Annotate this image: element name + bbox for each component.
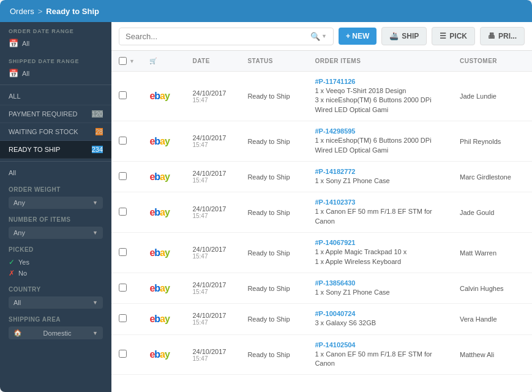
breadcrumb-parent[interactable]: Orders — [10, 7, 34, 16]
th-order-items[interactable]: ORDER ITEMS — [307, 51, 452, 72]
row-order-items: #P-13856430 1 x Sony Z1 Phone Case — [307, 273, 452, 303]
th-customer[interactable]: CUSTOMER — [452, 51, 532, 72]
sidebar-all-link[interactable]: All — [0, 164, 111, 181]
row-store: ebay — [142, 304, 185, 334]
row-checkbox-cell — [111, 334, 142, 375]
chevron-down-icon-4: ▼ — [92, 330, 98, 336]
new-button[interactable]: + NEW — [339, 28, 377, 45]
row-date: 24/10/2017 15:47 — [185, 233, 240, 273]
th-status[interactable]: STATUS — [240, 51, 307, 72]
cross-icon: ✗ — [9, 269, 15, 277]
row-checkbox-cell — [111, 161, 142, 192]
ebay-logo: ebay — [149, 349, 170, 360]
sidebar-waiting-for-stock[interactable]: WAITING FOR STOCK 28 — [0, 123, 111, 141]
shipping-area-filter: Shipping Area 🏠 Domestic ▼ — [0, 311, 111, 342]
order-date-range-label: ORDER DATE RANGE — [9, 28, 103, 34]
row-order-items: #P-14102373 1 x Canon EF 50 mm F/1.8 EF … — [307, 192, 452, 233]
ebay-logo: ebay — [149, 283, 170, 293]
picked-no-option[interactable]: ✗ No — [9, 268, 103, 279]
table-row: ebay 24/10/2017 15:47 Ready to Ship #P-1… — [111, 233, 532, 273]
sidebar-payment-required[interactable]: PAYMENT REQUIRED 120 — [0, 105, 111, 123]
number-of-items-filter: Number of Items Any ▼ — [0, 211, 111, 241]
pick-button[interactable]: ☰ PICK — [432, 27, 475, 45]
row-order-items: #P-14182772 1 x Sony Z1 Phone Case — [307, 161, 452, 192]
order-date-range-section: ORDER DATE RANGE 📅 All — [0, 22, 111, 52]
search-icon-area[interactable]: 🔍 ▼ — [310, 32, 327, 41]
row-order-items: #P-11741126 1 x Veeqo T-Shirt 2018 Desig… — [307, 72, 452, 121]
row-date: 24/10/2017 15:47 — [185, 273, 240, 303]
row-date: 24/10/2017 15:47 — [185, 72, 240, 121]
row-store: ebay — [142, 192, 185, 233]
table-row: ebay 24/10/2017 15:47 Ready to Ship #P-1… — [111, 72, 532, 121]
search-box: 🔍 ▼ — [119, 28, 334, 45]
row-checkbox-4[interactable] — [119, 248, 127, 256]
search-input[interactable] — [126, 32, 307, 41]
ebay-logo: ebay — [149, 91, 170, 101]
country-filter: Country All ▼ — [0, 281, 111, 311]
table-row: ebay 24/10/2017 15:47 Ready to Ship #P-1… — [111, 121, 532, 162]
th-date[interactable]: DATE — [185, 51, 240, 72]
row-status: Ready to Ship — [240, 304, 307, 334]
sidebar-all[interactable]: ALL — [0, 88, 111, 105]
payment-required-badge: 120 — [92, 110, 103, 118]
orders-table: ▼ 🛒 DATE STATUS ORDER ITEMS CUSTOMER — [111, 51, 532, 375]
table-row: ebay 24/10/2017 15:47 Ready to Ship #P-1… — [111, 192, 532, 233]
orders-table-wrap: ▼ 🛒 DATE STATUS ORDER ITEMS CUSTOMER — [111, 51, 532, 392]
breadcrumb-current: Ready to Ship — [46, 7, 99, 16]
row-checkbox-cell — [111, 233, 142, 273]
sidebar-ready-to-ship[interactable]: READY TO SHIP 234 — [0, 141, 111, 159]
row-status: Ready to Ship — [240, 121, 307, 162]
pick-icon: ☰ — [440, 32, 446, 40]
order-weight-dropdown[interactable]: Any ▼ — [9, 197, 103, 209]
row-status: Ready to Ship — [240, 334, 307, 375]
check-icon: ✓ — [9, 258, 15, 266]
row-checkbox-cell — [111, 72, 142, 121]
select-all-checkbox[interactable] — [119, 57, 127, 65]
sidebar-payment-required-label: PAYMENT REQUIRED — [9, 110, 77, 118]
row-order-items: #P-14067921 1 x Apple Magic Trackpad 10 … — [307, 233, 452, 273]
row-checkbox-2[interactable] — [119, 172, 127, 180]
sidebar: ORDER DATE RANGE 📅 All SHIPPED DATE RANG… — [0, 22, 111, 392]
row-checkbox-0[interactable] — [119, 91, 127, 99]
number-of-items-dropdown[interactable]: Any ▼ — [9, 227, 103, 239]
row-checkbox-7[interactable] — [119, 350, 127, 358]
row-checkbox-5[interactable] — [119, 284, 127, 292]
ready-to-ship-badge: 234 — [92, 146, 103, 153]
row-date: 24/10/2017 15:47 — [185, 121, 240, 162]
content-area: 🔍 ▼ + NEW 🚢 SHIP ☰ PICK 🖶 PRI... — [111, 22, 532, 392]
table-row: ebay 24/10/2017 15:47 Ready to Ship #P-1… — [111, 273, 532, 303]
country-dropdown[interactable]: All ▼ — [9, 296, 103, 309]
ebay-logo: ebay — [149, 136, 170, 146]
top-nav: Orders > Ready to Ship — [0, 0, 532, 22]
row-customer: Marc Girdlestone — [452, 161, 532, 192]
print-button[interactable]: 🖶 PRI... — [480, 27, 525, 45]
row-store: ebay — [142, 233, 185, 273]
breadcrumb-separator: > — [38, 7, 43, 16]
th-store: 🛒 — [142, 51, 185, 72]
row-store: ebay — [142, 121, 185, 162]
row-checkbox-3[interactable] — [119, 208, 127, 216]
row-date: 24/10/2017 15:47 — [185, 192, 240, 233]
chevron-down-icon: ▼ — [92, 200, 98, 206]
sidebar-ready-label: READY TO SHIP — [9, 146, 60, 153]
ship-button[interactable]: 🚢 SHIP — [381, 27, 427, 45]
row-customer: Matt Warren — [452, 233, 532, 273]
search-chevron-icon: ▼ — [321, 33, 327, 39]
row-order-items: #P-14102504 1 x Canon EF 50 mm F/1.8 EF … — [307, 334, 452, 375]
shipped-date-range-value[interactable]: 📅 All — [9, 67, 103, 80]
breadcrumb: Orders > Ready to Ship — [10, 7, 99, 16]
select-all-chevron[interactable]: ▼ — [129, 58, 135, 64]
row-checkbox-1[interactable] — [119, 137, 127, 145]
table-row: ebay 24/10/2017 15:47 Ready to Ship #P-1… — [111, 161, 532, 192]
row-status: Ready to Ship — [240, 72, 307, 121]
row-customer: Matthew Ali — [452, 334, 532, 375]
shipping-area-dropdown[interactable]: 🏠 Domestic ▼ — [9, 326, 103, 339]
row-customer: Jade Lundie — [452, 72, 532, 121]
row-status: Ready to Ship — [240, 192, 307, 233]
row-checkbox-6[interactable] — [119, 314, 127, 322]
picked-yes-option[interactable]: ✓ Yes — [9, 257, 103, 268]
order-date-range-value[interactable]: 📅 All — [9, 37, 103, 50]
picked-filter: Picked ✓ Yes ✗ No — [0, 241, 111, 281]
print-icon: 🖶 — [488, 32, 495, 40]
row-date: 24/10/2017 15:47 — [185, 304, 240, 334]
